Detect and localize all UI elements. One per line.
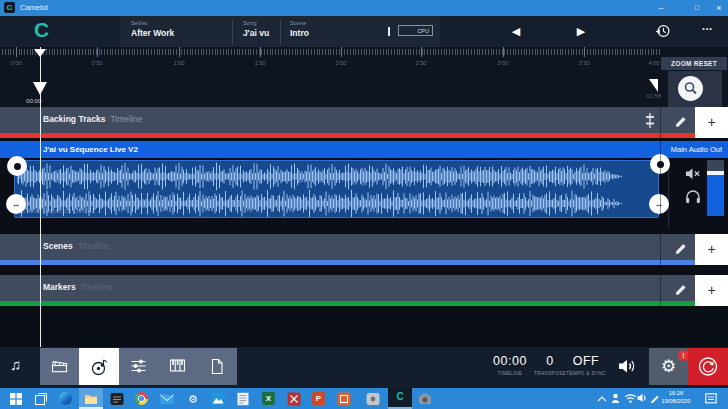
piano-icon: [169, 358, 186, 373]
mail-icon[interactable]: [160, 392, 174, 406]
song-view-icon[interactable]: ♫: [10, 356, 21, 373]
tab-mixer-view[interactable]: [119, 348, 158, 385]
ruler-label: 1'30: [246, 60, 274, 66]
clip-label: J'ai vu Séquence Live V2: [22, 207, 95, 214]
camelot-taskbar-icon[interactable]: C: [388, 391, 412, 402]
zoom-knob[interactable]: [678, 76, 703, 101]
powerpoint-letter: P: [312, 392, 325, 405]
settings-gear-icon[interactable]: ⚙: [186, 392, 200, 406]
excel-icon[interactable]: X: [262, 392, 275, 405]
headphones-icon[interactable]: [685, 189, 701, 204]
tray-people-icon[interactable]: [611, 393, 620, 404]
track-output[interactable]: Main Audio Out: [671, 145, 722, 154]
fader-track: [707, 160, 724, 171]
ruler-label: 1'00: [165, 60, 193, 66]
track-bar[interactable]: J'ai vu Séquence Live V2 Main Audio Out: [0, 141, 728, 158]
edge-icon[interactable]: [59, 392, 72, 405]
scene-field[interactable]: Scene Intro: [290, 20, 309, 38]
edit-pencil-icon[interactable]: [674, 113, 688, 127]
start-icon[interactable]: [9, 392, 23, 406]
notepad-icon[interactable]: [236, 392, 250, 406]
playhead-line[interactable]: [40, 47, 41, 347]
tray-chevron-icon[interactable]: [597, 396, 607, 402]
song-field[interactable]: Song J'ai vu: [243, 20, 269, 38]
setlist-field[interactable]: Setlist After Work: [131, 20, 174, 38]
clip-end-resize-handle[interactable]: ↔: [649, 194, 669, 214]
action-center-icon[interactable]: [705, 393, 717, 404]
bottom-toolbar: ♫: [0, 347, 728, 388]
mute-icon[interactable]: [685, 167, 701, 181]
add-marker-button[interactable]: +: [695, 275, 728, 306]
tab-documents-view[interactable]: [198, 348, 237, 385]
backing-tracks-header[interactable]: Backing TracksTimeline: [0, 107, 695, 133]
add-scene-button[interactable]: +: [695, 234, 728, 265]
play-button[interactable]: ▶: [570, 20, 592, 42]
timeline-label: TIMELINE: [488, 371, 532, 376]
markers-underline: [0, 301, 695, 306]
taskview-icon[interactable]: [34, 392, 48, 406]
markers-header[interactable]: MarkersTimeline: [0, 275, 695, 301]
fader-icon[interactable]: [643, 112, 657, 129]
scenes-header[interactable]: ScenesTimeline: [0, 234, 695, 260]
tray-speaker-icon[interactable]: [637, 393, 647, 403]
maximize-button[interactable]: □: [686, 1, 708, 15]
track-output-panel: [668, 158, 728, 228]
clapperboard-icon: [51, 358, 68, 375]
sliders-icon: [130, 358, 147, 374]
edit-pencil-icon[interactable]: [674, 240, 688, 254]
panic-button[interactable]: [688, 348, 728, 385]
scene-label: Scene: [290, 20, 309, 26]
timeline-ruler[interactable]: 0'00 0'30 1'00 1'30 2'00 2'30 3'00 3'30 …: [0, 47, 728, 107]
dot-icon: [14, 163, 21, 170]
red-app-icon[interactable]: [287, 392, 301, 406]
previous-button[interactable]: ◀: [505, 20, 527, 42]
excel-letter: X: [262, 392, 275, 405]
tempo-sync-readout[interactable]: OFF TEMPO & SYNC: [560, 354, 612, 376]
audio-app-icon[interactable]: [110, 392, 124, 406]
tab-keyboard-view[interactable]: [158, 348, 197, 385]
major-tick: [341, 47, 342, 57]
camelot-logo: C: [34, 18, 49, 42]
cpu-meter: CPU: [398, 25, 433, 36]
minimize-button[interactable]: –: [650, 1, 672, 15]
speaker-icon[interactable]: [618, 358, 637, 375]
scene-value: Intro: [290, 28, 309, 38]
waveform: [17, 161, 625, 218]
camelot-app-icon: C: [4, 2, 15, 13]
history-icon[interactable]: [655, 23, 671, 39]
cpu-meter-level: [388, 27, 390, 36]
add-backing-track-button[interactable]: +: [695, 107, 728, 138]
gray-app-icon[interactable]: [366, 392, 380, 406]
edit-pencil-icon[interactable]: [674, 281, 688, 295]
powerpoint-icon[interactable]: P: [312, 392, 325, 405]
tab-scenes-view[interactable]: [40, 348, 79, 385]
windows-taskbar: ⚙ X P C: [0, 388, 728, 409]
ruler-label: 2'00: [327, 60, 355, 66]
ruler-label: 3'00: [489, 60, 517, 66]
song-end-marker[interactable]: [649, 79, 658, 92]
photos-icon[interactable]: [211, 392, 225, 406]
track-volume-fader[interactable]: [707, 160, 724, 216]
camera-app-icon[interactable]: [418, 392, 432, 406]
timeline-readout[interactable]: 00:00 TIMELINE: [488, 354, 532, 376]
more-menu-button[interactable]: …: [697, 18, 717, 38]
markers-title: MarkersTimeline: [43, 282, 112, 292]
taskbar-clock[interactable]: 16:26 19/08/2020: [656, 390, 696, 405]
zoom-reset-button[interactable]: ZOOM RESET: [661, 57, 727, 70]
chrome-icon[interactable]: [135, 392, 148, 405]
major-tick: [503, 47, 504, 57]
song-label: Song: [243, 20, 269, 26]
backing-tracks-title: Backing TracksTimeline: [43, 114, 142, 124]
settings-button[interactable]: ⚙ !: [649, 348, 688, 385]
tab-backing-tracks-view[interactable]: [79, 348, 118, 385]
disc-note-icon: [90, 358, 108, 376]
explorer-icon[interactable]: [84, 392, 98, 406]
major-tick: [421, 47, 422, 57]
close-button[interactable]: ×: [708, 1, 728, 15]
wifi-icon[interactable]: [624, 393, 637, 403]
clip-start-handle[interactable]: [7, 156, 27, 176]
window-titlebar: C Camelot – □ ×: [0, 0, 728, 16]
clip-start-resize-handle[interactable]: ↔: [6, 194, 26, 214]
orange-app-icon[interactable]: [337, 392, 351, 406]
ruler-label: 3'30: [570, 60, 598, 66]
